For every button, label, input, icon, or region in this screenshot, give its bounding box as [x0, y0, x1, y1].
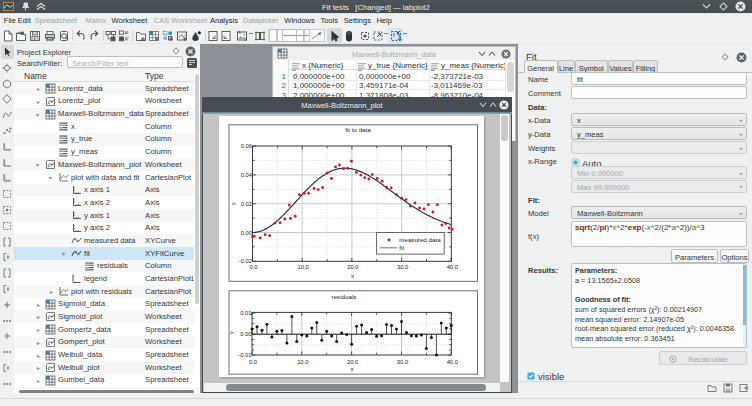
svg-text:40.0: 40.0 — [447, 264, 458, 270]
svg-text:y: y — [228, 331, 234, 334]
svg-text:measured data: measured data — [399, 236, 441, 243]
svg-text:0.02: 0.02 — [241, 201, 252, 207]
svg-text:0.00: 0.00 — [241, 230, 252, 236]
svg-text:20.0: 20.0 — [347, 264, 358, 270]
svg-text:0.00: 0.00 — [240, 331, 251, 337]
svg-text:30.0: 30.0 — [397, 359, 408, 365]
svg-text:fit to data: fit to data — [345, 126, 371, 133]
svg-text:20.0: 20.0 — [347, 359, 358, 365]
svg-text:0.0: 0.0 — [249, 264, 257, 270]
svg-text:0.06: 0.06 — [241, 143, 252, 149]
svg-text:0.04: 0.04 — [241, 172, 253, 178]
svg-text:10.0: 10.0 — [298, 264, 309, 270]
svg-text:0.0: 0.0 — [249, 359, 257, 365]
svg-text:residuals: residuals — [332, 293, 357, 300]
svg-text:y: y — [230, 202, 236, 205]
svg-text:10.0: 10.0 — [297, 359, 308, 365]
svg-text:40.0: 40.0 — [447, 359, 458, 365]
svg-text:fit: fit — [399, 244, 404, 251]
svg-text:-0.01: -0.01 — [238, 352, 251, 358]
svg-text:30.0: 30.0 — [397, 264, 408, 270]
svg-text:0.01: 0.01 — [240, 310, 251, 316]
